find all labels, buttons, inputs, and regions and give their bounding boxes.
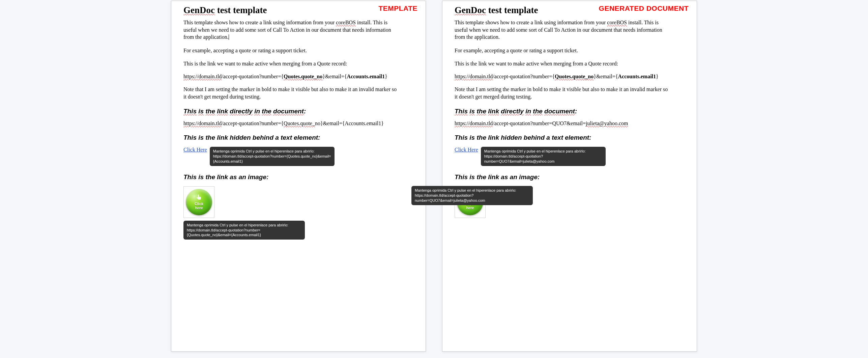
generated-badge: GENERATED DOCUMENT [599,4,689,12]
image-link-tooltip: Mantenga oprimida Ctrl y pulse en el hip… [183,221,305,240]
example-paragraph: For example, accepting a quote or rating… [455,47,670,54]
example-paragraph: For example, accepting a quote or rating… [183,47,399,54]
direct-url: https://domain.tld/accept-quotation?numb… [183,120,413,127]
template-page: TEMPLATE GenDoc test template This templ… [171,1,426,352]
generated-page: GENERATED DOCUMENT GenDoc test template … [442,1,697,352]
click-here-row: Click Here Mantenga oprimida Ctrl y puls… [455,147,685,166]
click-here-link[interactable]: Click Here [183,147,207,153]
url-demo-line: https://domain.tld/accept-quotation?numb… [183,74,413,80]
title-rest: test template [486,5,538,15]
click-here-image-button[interactable]: Clickhere [186,189,212,215]
click-here-link[interactable]: Click Here [455,147,478,153]
link-intro-paragraph: This is the link we want to make active … [455,60,670,67]
heading-direct-link: This is the link directly in the documen… [455,108,685,115]
template-badge: TEMPLATE [378,4,417,12]
intro-paragraph: This template shows how to create a link… [455,19,670,41]
direct-url: https://domain.tld/accept-quotation?numb… [455,120,685,127]
workspace: TEMPLATE GenDoc test template This templ… [0,0,868,358]
click-here-tooltip: Mantenga oprimida Ctrl y pulse en el hip… [481,147,606,166]
heading-hidden-link: This is the link hidden behind a text el… [183,134,413,141]
heading-hidden-link: This is the link hidden behind a text el… [455,134,685,141]
hand-pointer-icon [195,194,203,201]
click-here-tooltip: Mantenga oprimida Ctrl y pulse en el hip… [210,147,335,166]
marker-note-paragraph: Note that I am setting the marker in bol… [183,86,399,100]
corebos-word: coreBOS [336,20,356,25]
heading-image-link: This is the link as an image: [183,173,413,181]
button-label: Clickhere [195,202,203,210]
click-here-row: Click Here Mantenga oprimida Ctrl y puls… [183,147,413,166]
url-demo-line: https://domain.tld/accept-quotation?numb… [455,74,685,80]
image-link-tooltip: Mantenga oprimida Ctrl y pulse en el hip… [411,186,533,205]
text-caret [229,34,229,40]
image-link-frame: Clickhere [183,186,214,218]
corebos-word: coreBOS [607,20,627,25]
marker-note-paragraph: Note that I am setting the marker in bol… [455,86,670,100]
title-word-spell: GenDoc [455,5,486,15]
title-word-spell: GenDoc [183,5,215,15]
link-intro-paragraph: This is the link we want to make active … [183,60,399,67]
title-rest: test template [215,5,267,15]
heading-direct-link: This is the link directly in the documen… [183,108,413,115]
heading-image-link: This is the link as an image: [455,173,685,181]
intro-paragraph: This template shows how to create a link… [183,19,399,41]
